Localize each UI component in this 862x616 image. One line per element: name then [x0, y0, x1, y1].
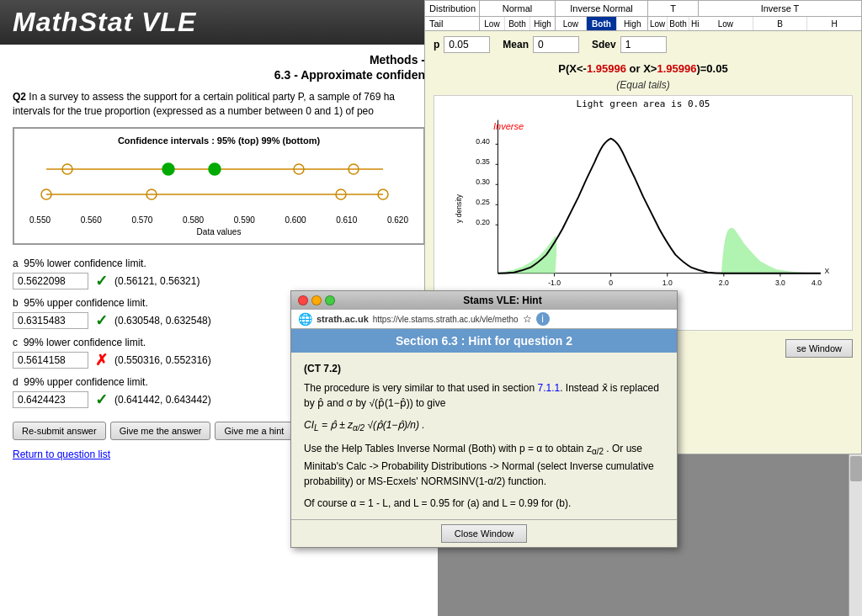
dist-tails-row: Tail Low Both High Low Both High Low Bot… [425, 17, 861, 30]
t-low-btn[interactable]: Low [648, 17, 668, 30]
give-hint-button[interactable]: Give me a hint [215, 422, 293, 440]
svg-text:0.30: 0.30 [476, 178, 490, 186]
mean-label: Mean [503, 39, 529, 50]
svg-point-3 [162, 163, 174, 175]
ci-x-label: Data values [21, 227, 417, 236]
hint-titlebar: Stams VLE: Hint [291, 291, 677, 310]
ci-svg [21, 152, 417, 211]
scrollbar-thumb[interactable] [850, 456, 862, 481]
hint-url: https://vle.stams.strath.ac.uk/vle/metho [373, 315, 519, 324]
normal-low-btn[interactable]: Low [480, 17, 505, 30]
invt-tails: Low B H [699, 17, 861, 30]
hint-popup: Stams VLE: Hint 🌐 strath.ac.uk https://v… [290, 290, 678, 548]
svg-text:3.0: 3.0 [775, 279, 785, 287]
answer-a-interval: (0.56121, 0.56321) [114, 275, 200, 287]
svg-text:0.35: 0.35 [476, 157, 490, 166]
formula-text: P(X<-1.95996 or X>1.95996)=0.05 [425, 58, 861, 79]
globe-icon: 🌐 [298, 312, 312, 326]
svg-text:2.0: 2.0 [719, 279, 729, 287]
equal-tails: (Equal tails) [425, 79, 861, 91]
minimize-traffic-light[interactable] [311, 295, 322, 305]
sdev-label: Sdev [592, 39, 616, 50]
invnormal-low-btn[interactable]: Low [556, 17, 587, 30]
invt-h-btn[interactable]: H [807, 17, 861, 30]
svg-text:X: X [825, 267, 830, 275]
hint-close-button[interactable]: Close Window [441, 524, 527, 543]
hint-close-section: Close Window [291, 519, 677, 547]
svg-text:0.20: 0.20 [476, 218, 490, 226]
answer-b-status: ✓ [95, 311, 108, 330]
ci-chart: Confidence intervals : 95% (top) 99% (bo… [13, 127, 425, 245]
info-icon: i [536, 312, 550, 326]
dist-invt-name: Inverse T [699, 1, 861, 16]
t-tails: Low Both High [648, 17, 699, 30]
close-traffic-light[interactable] [298, 295, 308, 305]
svg-text:y density: y density [455, 194, 463, 223]
svg-text:0: 0 [609, 279, 613, 287]
mean-param: Mean [503, 36, 579, 53]
invnormal-tails: Low Both High [556, 17, 648, 30]
app-title: MathStat VLE [13, 7, 196, 37]
hint-p2: Use the Help Tables Inverse Normal (Both… [304, 441, 664, 488]
invt-b-btn[interactable]: B [753, 17, 808, 30]
answer-d-status: ✓ [95, 390, 108, 409]
svg-point-4 [209, 163, 221, 175]
ci-line-container [21, 152, 417, 211]
inverse-label: Inverse [493, 121, 524, 131]
hint-p1: The procedure is very similar to that us… [304, 380, 664, 411]
methods-title: Methods - [13, 53, 425, 66]
normal-high-btn[interactable]: High [530, 17, 555, 30]
invt-low-btn[interactable]: Low [699, 17, 753, 30]
maximize-traffic-light[interactable] [325, 295, 335, 305]
question-body: In a survey to assess the support for a … [13, 91, 395, 117]
answer-d-interval: (0.641442, 0.643442) [114, 394, 211, 406]
svg-text:-1.0: -1.0 [548, 279, 561, 287]
right-scrollbar[interactable] [849, 454, 862, 616]
p-param: p [434, 36, 490, 53]
p-input[interactable] [444, 36, 490, 53]
ci-chart-title: Confidence intervals : 95% (top) 99% (bo… [21, 135, 417, 146]
hint-traffic-lights [298, 295, 335, 305]
invnormal-both-btn[interactable]: Both [587, 17, 618, 30]
sdev-input[interactable] [620, 36, 667, 53]
hint-p3: Of course α = 1 - L, and L = 0.95 for (a… [304, 496, 664, 511]
app-header: MathStat VLE [0, 0, 438, 45]
dist-invnormal-name: Inverse Normal [556, 1, 648, 16]
answer-a-input[interactable] [13, 273, 88, 289]
hint-header: Section 6.3 : Hint for question 2 [291, 329, 677, 353]
answer-c-status: ✗ [95, 351, 108, 369]
hint-formula: CIL = p̂ ± zα/2 √(p̂(1−p̂)/n) . [304, 417, 664, 434]
dist-t-name: T [648, 1, 699, 16]
normal-both-btn[interactable]: Both [505, 17, 530, 30]
close-window-button[interactable]: se Window [785, 339, 853, 358]
answer-d-input[interactable] [13, 391, 88, 408]
answer-b-interval: (0.630548, 0.632548) [114, 315, 211, 327]
hint-urlbar: 🌐 strath.ac.uk https://vle.stams.strath.… [291, 310, 677, 329]
svg-text:1.0: 1.0 [662, 279, 673, 287]
normal-tails: Low Both High [480, 17, 556, 30]
give-answer-button[interactable]: Give me the answer [110, 422, 211, 440]
answer-c-input[interactable] [13, 352, 88, 369]
svg-text:0.40: 0.40 [476, 137, 490, 146]
dist-label: Distribution [425, 1, 480, 16]
star-icon: ☆ [523, 313, 532, 325]
svg-text:0.25: 0.25 [476, 198, 490, 206]
dist-names-row: Distribution Normal Inverse Normal T Inv… [425, 1, 861, 17]
dist-normal-name: Normal [480, 1, 556, 16]
tail-label: Tail [425, 17, 480, 30]
answer-a: a 95% lower confidence limit. ✓ (0.56121… [13, 258, 425, 290]
dist-selector: Distribution Normal Inverse Normal T Inv… [425, 1, 861, 31]
methods-subtitle: 6.3 - Approximate confiden [13, 68, 425, 82]
invnormal-high-btn[interactable]: High [617, 17, 647, 30]
mean-input[interactable] [533, 36, 579, 53]
hint-ct: (CT 7.2) [304, 361, 664, 376]
ci-axis: 0.550 0.560 0.570 0.580 0.590 0.600 0.61… [21, 215, 417, 225]
t-both-btn[interactable]: Both [668, 17, 689, 30]
params-row: p Mean Sdev [425, 31, 861, 58]
chart-title: Light green area is 0.05 [434, 96, 852, 112]
answer-a-status: ✓ [95, 272, 108, 290]
sdev-param: Sdev [592, 36, 667, 53]
dist-chart-svg: 0.40 0.35 0.30 0.25 0.20 y density -1.0 … [434, 112, 852, 305]
resubmit-button[interactable]: Re-submit answer [13, 422, 106, 440]
answer-b-input[interactable] [13, 312, 88, 329]
